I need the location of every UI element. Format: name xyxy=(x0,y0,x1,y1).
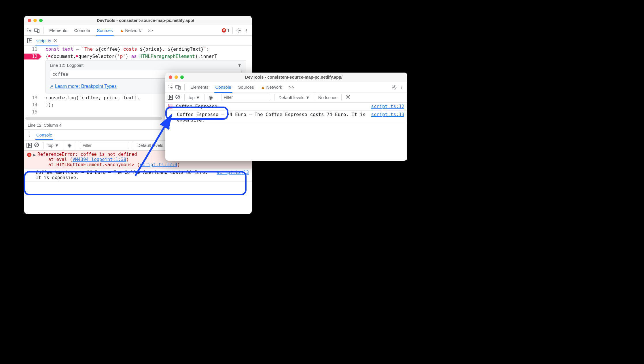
clear-console-icon[interactable] xyxy=(175,94,180,101)
source-link[interactable]: script.ts:13 xyxy=(368,112,404,117)
filter-input[interactable] xyxy=(80,142,129,149)
bp-type[interactable]: Logpoint xyxy=(67,63,84,68)
console-log-row[interactable]: Coffee Americano – 86 Euro – The Coffee … xyxy=(24,169,252,182)
divider xyxy=(76,142,76,149)
kebab-icon[interactable]: ⋮ xyxy=(399,84,405,90)
log-levels-selector[interactable]: Default levels ▼ xyxy=(137,143,169,148)
chevron-down-icon: ▼ xyxy=(306,95,310,100)
panel-toggle-icon[interactable]: ▶ xyxy=(26,143,32,148)
zoom-icon[interactable] xyxy=(180,75,184,79)
tab-sources[interactable]: Sources xyxy=(94,26,116,35)
titlebar[interactable]: DevTools - consistent-source-map-pc.netl… xyxy=(165,73,407,82)
gear-icon[interactable] xyxy=(236,27,242,34)
learn-more-link[interactable]: ↗Learn more: Breakpoint Types xyxy=(50,84,117,89)
live-expression-icon[interactable]: ◉ xyxy=(67,142,72,148)
error-icon: ✕ xyxy=(27,153,31,157)
issues-label[interactable]: No Issues xyxy=(318,95,338,100)
tab-console[interactable]: Console xyxy=(71,26,93,35)
panel-toggle-icon[interactable]: ▶ xyxy=(27,38,32,43)
kebab-icon[interactable]: ⋮ xyxy=(243,27,249,34)
gear-icon[interactable] xyxy=(391,84,397,90)
traffic-lights xyxy=(169,75,184,79)
tab-network-label: Network xyxy=(266,85,282,90)
chevron-down-icon: ▼ xyxy=(55,143,59,148)
tab-elements[interactable]: Elements xyxy=(187,83,211,91)
inspect-icon[interactable] xyxy=(168,84,174,90)
tab-network[interactable]: ▲Network xyxy=(117,26,144,35)
clear-console-icon[interactable] xyxy=(34,142,39,148)
gear-icon[interactable] xyxy=(346,94,351,100)
stack-link[interactable]: VM4394 logpoint:1:38 xyxy=(73,157,126,162)
source-link[interactable]: script.ts:12 xyxy=(368,104,404,109)
console-prompt[interactable]: › xyxy=(165,124,407,132)
tab-network[interactable]: ▲Network xyxy=(258,83,285,91)
log-message: Coffee Americano – 86 Euro – The Coffee … xyxy=(27,170,213,180)
error-icon: ✕ xyxy=(222,28,226,33)
device-icon[interactable] xyxy=(175,84,181,90)
line-number[interactable]: 13 xyxy=(24,94,40,102)
console-output: Coffee Espresso script.ts:12 Coffee Espr… xyxy=(165,103,407,132)
log-message: Coffee Espresso – 74 Euro – The Coffee E… xyxy=(168,112,368,123)
inspect-icon[interactable] xyxy=(26,27,33,34)
log-message: Coffee Espresso xyxy=(176,104,368,109)
drawer-tab-console[interactable]: Console xyxy=(35,131,53,139)
line-number[interactable]: 12 xyxy=(24,53,40,60)
scrollbar-thumb[interactable] xyxy=(25,117,162,120)
context-selector[interactable]: top ▼ xyxy=(48,143,59,148)
stack-link[interactable]: script.ts:12:4 xyxy=(140,162,177,167)
tab-elements[interactable]: Elements xyxy=(46,26,70,35)
minimize-icon[interactable] xyxy=(175,75,178,79)
log-levels-selector[interactable]: Default levels ▼ xyxy=(279,95,310,100)
bp-line-label: Line 12: xyxy=(50,63,65,68)
titlebar[interactable]: DevTools - consistent-source-map-pc.netl… xyxy=(24,16,252,25)
device-icon[interactable] xyxy=(34,27,40,34)
file-tab-label: script.ts xyxy=(36,38,51,43)
svg-point-10 xyxy=(394,86,395,88)
panel-toggle-icon[interactable]: ▶ xyxy=(168,95,173,100)
divider xyxy=(274,94,274,101)
divider xyxy=(217,94,217,101)
divider xyxy=(341,94,342,101)
warning-icon: ▲ xyxy=(261,85,265,90)
context-selector[interactable]: top ▼ xyxy=(189,95,200,100)
live-expression-icon[interactable]: ◉ xyxy=(209,94,213,101)
devtools-window-2: DevTools - consistent-source-map-pc.netl… xyxy=(165,73,407,161)
external-link-icon: ↗ xyxy=(50,84,53,89)
kebab-icon[interactable]: ⋮ xyxy=(27,132,32,138)
main-toolbar: Elements Console Sources ▲Network >> ⋮ xyxy=(165,82,407,92)
file-tab-script[interactable]: script.ts ✕ xyxy=(35,36,58,45)
cursor-position: Line 12, Column 4 xyxy=(28,123,62,128)
tab-overflow[interactable]: >> xyxy=(145,26,156,35)
source-link[interactable]: script.ts:13 xyxy=(213,170,249,175)
close-icon[interactable] xyxy=(169,75,172,79)
zoom-icon[interactable] xyxy=(39,19,43,22)
code-line-11[interactable]: const text = `The ${coffee} costs ${pric… xyxy=(40,46,252,53)
minimize-icon[interactable] xyxy=(33,19,37,22)
svg-line-5 xyxy=(35,143,38,146)
chevron-down-icon[interactable]: ▼ xyxy=(237,63,242,68)
filter-input[interactable] xyxy=(221,94,270,101)
svg-line-12 xyxy=(176,96,179,98)
tab-network-label: Network xyxy=(125,28,141,33)
disclosure-icon[interactable]: ▶ xyxy=(33,152,36,158)
console-log-row[interactable]: Coffee Espresso – 74 Euro – The Coffee E… xyxy=(165,111,407,124)
close-tab-icon[interactable]: ✕ xyxy=(54,38,57,43)
tab-sources[interactable]: Sources xyxy=(235,83,257,91)
tab-overflow[interactable]: >> xyxy=(286,83,297,91)
chevron-down-icon: ▼ xyxy=(196,95,200,100)
close-icon[interactable] xyxy=(28,19,31,22)
svg-point-13 xyxy=(348,96,349,97)
divider xyxy=(184,94,185,101)
console-logpoint-row[interactable]: Coffee Espresso script.ts:12 xyxy=(165,103,407,111)
error-count[interactable]: ✕1 xyxy=(222,28,230,33)
warning-icon: ▲ xyxy=(120,28,124,33)
divider xyxy=(133,142,133,149)
divider xyxy=(43,142,43,149)
line-number[interactable]: 11 xyxy=(24,46,40,53)
code-line-12[interactable]: (document.querySelector('p') as HTMLPara… xyxy=(40,53,252,60)
line-number[interactable]: 14 xyxy=(24,101,40,109)
console-toolbar: ▶ top ▼ ◉ Default levels ▼ No Issues xyxy=(165,92,407,103)
divider xyxy=(232,27,233,34)
line-number[interactable]: 15 xyxy=(24,109,40,116)
tab-console[interactable]: Console xyxy=(213,83,234,91)
